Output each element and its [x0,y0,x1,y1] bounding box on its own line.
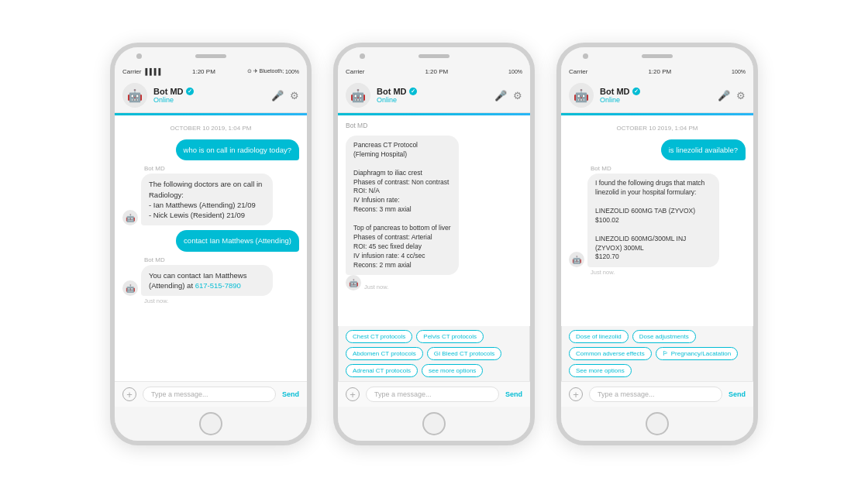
input-bar-2: + Type a message... Send [338,381,530,407]
camera-2 [360,53,365,59]
quick-replies-3: Dose of linezolid Dose adjustments Commo… [561,326,753,381]
qr-pelvis[interactable]: Pelvis CT protocols [416,330,484,343]
bot-avatar-small-3: 🤖 [346,275,361,290]
home-button-1[interactable] [199,412,222,435]
online-status-1: Online [153,96,265,104]
add-button-1[interactable]: + [122,387,136,401]
chat-header-1: 🤖 Bot MD ✓ Online 🎤 ⚙ [115,78,307,113]
phone-1: Carrier ▐▐▐▐ 1:20 PM ⊙ ✈ Bluetooth; 100%… [110,43,312,445]
just-now-2: Just now. [364,284,388,290]
phone-bottom-3 [561,407,753,441]
bot-bubble-2: You can contact Ian Matthews (Attending)… [141,265,273,297]
carrier-2: Carrier [346,68,364,75]
bot-msg-3: Bot MD 🤖 I found the following drugs tha… [569,165,746,276]
carrier-1: Carrier [122,68,141,75]
qr-see-more-3[interactable]: See more options [569,364,632,377]
qr-see-more[interactable]: see more options [422,364,483,377]
wifi-icon-1: ⊙ ✈ Bluetooth; [247,68,284,74]
bot-name-1: Bot MD [153,87,184,96]
phones-container: Carrier ▐▐▐▐ 1:20 PM ⊙ ✈ Bluetooth; 100%… [95,27,773,461]
just-now-1: Just now. [144,297,168,304]
phone-2: Carrier 1:20 PM 100% 🤖 Bot MD ✓ Online 🎤… [333,43,535,445]
user-msg-2: contact Ian Matthews (Attending) [122,230,299,251]
bot-bubble-1: The following doctors are on call in Rad… [141,174,273,225]
camera-1 [136,53,142,59]
battery-3: 100% [732,69,746,74]
input-bar-1: + Type a message... Send [115,381,307,407]
bot-avatar-small-1: 🤖 [122,210,138,225]
speaker-2 [418,54,450,58]
qr-dose-adj[interactable]: Dose adjustments [632,330,696,343]
user-msg-3: is linezolid available? [569,139,746,160]
bot-avatar-small-2: 🤖 [122,280,138,296]
qr-chest[interactable]: Chest CT protocols [346,330,412,343]
qr-adverse[interactable]: Common adverse effects [569,347,652,360]
message-input-1[interactable]: Type a message... [143,387,276,402]
protocol-msg: Pancreas CT Protocol (Fleming Hospital) … [346,136,522,290]
timestamp-1: OCTOBER 10 2019, 1:04 PM [122,125,299,132]
avatar-1: 🤖 [122,83,147,108]
battery-2: 100% [508,69,522,74]
qr-abdomen[interactable]: Abdomen CT protocols [346,347,423,360]
settings-icon-1[interactable]: ⚙ [290,90,299,101]
add-button-3[interactable]: + [569,387,583,401]
phone-top-bar-2 [338,47,530,64]
qr-dose[interactable]: Dose of linezolid [569,330,629,343]
send-button-1[interactable]: Send [282,390,299,398]
online-status-3: Online [600,96,711,104]
bot-label-3: Bot MD [591,165,611,172]
chat-header-3: 🤖 Bot MD ✓ Online 🎤 ⚙ [561,78,753,113]
carrier-3: Carrier [569,68,587,75]
avatar-2: 🤖 [346,83,370,108]
user-msg-1: who is on call in radiology today? [122,139,299,160]
phone-3: Carrier 1:20 PM 100% 🤖 Bot MD ✓ Online 🎤… [556,43,758,445]
verified-badge-2: ✓ [409,88,417,95]
bot-name-tag-2: Bot MD [346,122,522,129]
mic-icon-3[interactable]: 🎤 [718,90,730,101]
settings-icon-2[interactable]: ⚙ [513,90,522,101]
speaker-3 [642,54,673,58]
bot-name-2: Bot MD [377,87,407,96]
chat-area-3: OCTOBER 10 2019, 1:04 PM is linezolid av… [561,115,753,326]
input-bar-3: + Type a message... Send [561,381,753,407]
bot-name-3: Bot MD [600,87,630,96]
bot-avatar-small-4: 🤖 [569,252,584,267]
home-button-3[interactable] [646,412,669,435]
bot-msg-1: Bot MD 🤖 The following doctors are on ca… [122,165,299,225]
phone-bottom-2 [338,407,530,441]
home-button-2[interactable] [422,412,446,435]
verified-badge-3: ✓ [632,88,640,95]
mic-icon-2[interactable]: 🎤 [494,90,507,101]
time-2: 1:20 PM [425,68,448,75]
message-input-2[interactable]: Type a message... [366,387,499,402]
send-button-3[interactable]: Send [728,390,746,398]
status-bar-1: Carrier ▐▐▐▐ 1:20 PM ⊙ ✈ Bluetooth; 100% [115,64,307,78]
status-bar-3: Carrier 1:20 PM 100% [561,64,753,78]
user-bubble-3: is linezolid available? [661,139,746,160]
qr-gi-bleed[interactable]: GI Bleed CT protocols [427,347,502,360]
bot-msg-2: Bot MD 🤖 You can contact Ian Matthews (A… [122,256,299,305]
quick-replies-2: Chest CT protocols Pelvis CT protocols A… [338,326,530,381]
phone-bottom-1 [115,407,307,441]
qr-pregnancy[interactable]: 🏳Pregnancy/Lacatation [656,347,738,360]
protocol-bubble: Pancreas CT Protocol (Fleming Hospital) … [346,136,459,275]
qr-adrenal[interactable]: Adrenal CT protocols [346,364,418,377]
phone-link[interactable]: 617-515-7890 [195,281,241,290]
just-now-3: Just now. [591,269,615,276]
flag-icon: 🏳 [663,350,669,357]
user-bubble-1: who is on call in radiology today? [176,139,299,160]
bot-bubble-3: I found the following drugs that match l… [587,174,719,267]
add-button-2[interactable]: + [346,387,360,401]
user-bubble-2: contact Ian Matthews (Attending) [176,230,299,251]
chat-area-2: Bot MD Pancreas CT Protocol (Fleming Hos… [338,115,530,326]
settings-icon-3[interactable]: ⚙ [736,90,746,101]
send-button-2[interactable]: Send [505,390,522,398]
avatar-3: 🤖 [569,83,594,108]
mic-icon-1[interactable]: 🎤 [271,90,284,101]
time-1: 1:20 PM [192,68,215,75]
time-3: 1:20 PM [648,68,671,75]
message-input-3[interactable]: Type a message... [589,387,722,402]
phone-top-bar-1 [115,47,307,64]
phone-top-bar-3 [561,47,753,64]
chat-header-2: 🤖 Bot MD ✓ Online 🎤 ⚙ [338,78,530,113]
